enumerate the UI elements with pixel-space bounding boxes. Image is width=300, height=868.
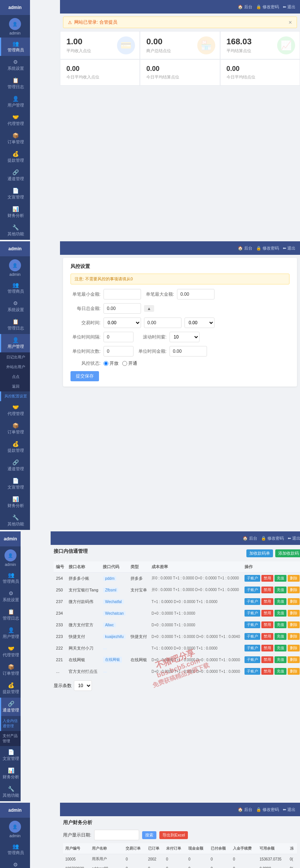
- op-btn-2[interactable]: 充值: [274, 587, 286, 593]
- s3-user[interactable]: 👤用户管理: [0, 624, 21, 642]
- op-btn-3[interactable]: 删除: [288, 598, 300, 605]
- sidebar-item-log[interactable]: 📋 管理日志: [0, 74, 30, 93]
- sidebar-item-finance[interactable]: 📊 财务分析: [0, 203, 30, 221]
- s2-order[interactable]: 📦订单管理: [0, 420, 30, 438]
- risk-exchange-select2[interactable]: 0.00: [184, 317, 214, 328]
- s2-sub-4[interactable]: 返回: [0, 382, 30, 391]
- op-btn-2[interactable]: 充值: [274, 610, 286, 617]
- btn-add-channel[interactable]: 添加收款码: [275, 549, 300, 557]
- back-btn-1[interactable]: 🏠 后台: [238, 4, 252, 10]
- op-btn-3[interactable]: 删除: [288, 668, 300, 675]
- s3-management[interactable]: 👥管理商员: [0, 569, 21, 587]
- risk-exchange-select[interactable]: 0.00: [104, 317, 141, 328]
- s2-system[interactable]: ⚙系统设置: [0, 297, 30, 316]
- finance-export-btn[interactable]: 导出到Excel: [159, 831, 188, 839]
- show-count-select[interactable]: 102050: [74, 680, 92, 691]
- risk-radio-open[interactable]: 开放: [104, 360, 118, 367]
- back-btn-2[interactable]: 🏠 后台: [238, 245, 252, 251]
- sidebar-item-agent[interactable]: 🤝 代理管理: [0, 111, 30, 129]
- op-btn-2[interactable]: 充值: [274, 598, 286, 605]
- op-btn-0[interactable]: 子账户: [244, 575, 260, 582]
- op-btn-1[interactable]: 禁用: [261, 668, 273, 675]
- s2-other[interactable]: 🔧其他功能: [0, 511, 30, 530]
- op-btn-3[interactable]: 删除: [288, 575, 300, 582]
- op-btn-1[interactable]: 禁用: [261, 645, 273, 651]
- logout-btn-4[interactable]: ⬅ 退出: [283, 807, 296, 812]
- s2-sub-risk[interactable]: 风控配置设置: [0, 391, 30, 401]
- modify-pwd-btn-2[interactable]: 🔒 修改密码: [256, 245, 279, 251]
- s2-agent[interactable]: 🤝代理管理: [0, 401, 30, 420]
- back-btn-3[interactable]: 🏠 后台: [243, 536, 257, 541]
- s2-doc[interactable]: 📄文宣管理: [0, 475, 30, 493]
- op-btn-1[interactable]: 禁用: [261, 587, 273, 593]
- op-btn-0[interactable]: 子账户: [244, 610, 260, 617]
- s3-finance[interactable]: 📊财务分析: [0, 764, 21, 783]
- risk-amount-input[interactable]: [170, 346, 207, 357]
- s2-management[interactable]: 👥管理商员: [0, 279, 30, 297]
- btn-order[interactable]: 加收款码单: [246, 549, 273, 557]
- op-btn-3[interactable]: 删除: [288, 656, 300, 663]
- risk-count-input[interactable]: [104, 346, 134, 357]
- s2-sub-3[interactable]: 点点: [0, 372, 30, 382]
- s2-channel[interactable]: 🔗通道管理: [0, 456, 30, 475]
- risk-exchange-input[interactable]: [144, 317, 182, 328]
- op-btn-1[interactable]: 禁用: [261, 656, 273, 663]
- op-btn-3[interactable]: 删除: [288, 645, 300, 651]
- sidebar-item-management[interactable]: 👥 管理商员: [0, 38, 30, 56]
- modify-pwd-btn-1[interactable]: 🔒 修改密码: [256, 4, 279, 10]
- op-btn-2[interactable]: 充值: [274, 575, 286, 582]
- op-btn-0[interactable]: 子账户: [244, 645, 260, 651]
- risk-radio-on[interactable]: 开通: [122, 360, 137, 367]
- op-btn-0[interactable]: 子账户: [244, 598, 260, 605]
- modify-pwd-btn-4[interactable]: 🔒 修改密码: [256, 807, 279, 812]
- sidebar-item-other[interactable]: 🔧 其他功能: [0, 221, 30, 240]
- risk-daily-btn[interactable]: ▲: [144, 305, 154, 312]
- op-btn-1[interactable]: 禁用: [261, 621, 273, 628]
- op-btn-0[interactable]: 子账户: [244, 621, 260, 628]
- logout-btn-2[interactable]: ⬅ 退出: [283, 245, 296, 251]
- op-btn-2[interactable]: 充值: [274, 621, 286, 628]
- s3-doc[interactable]: 📄文宣管理: [0, 746, 21, 764]
- op-btn-2[interactable]: 充值: [274, 668, 286, 675]
- op-btn-0[interactable]: 子账户: [244, 656, 260, 663]
- op-btn-3[interactable]: 删除: [288, 621, 300, 628]
- op-btn-2[interactable]: 充值: [274, 645, 286, 651]
- risk-radio-on-input[interactable]: [122, 361, 127, 366]
- logout-btn-3[interactable]: ⬅ 退出: [288, 536, 300, 541]
- s4-system[interactable]: ⚙系统设置: [0, 859, 30, 868]
- risk-radio-open-input[interactable]: [104, 361, 108, 366]
- risk-coupon-time-input[interactable]: [104, 332, 134, 342]
- op-btn-1[interactable]: 禁用: [261, 575, 273, 582]
- risk-submit-btn[interactable]: 提交保存: [70, 371, 99, 381]
- s3-other[interactable]: 🔧其他功能: [0, 783, 21, 801]
- s3-system[interactable]: ⚙系统设置: [0, 587, 21, 606]
- risk-min-input[interactable]: [104, 289, 141, 299]
- s2-fund[interactable]: 💰提款管理: [0, 438, 30, 456]
- op-btn-1[interactable]: 禁用: [261, 598, 273, 605]
- op-btn-1[interactable]: 禁用: [261, 633, 273, 640]
- op-btn-1[interactable]: 禁用: [261, 610, 273, 617]
- s3-fund[interactable]: 💰提款管理: [0, 679, 21, 698]
- s3-order[interactable]: 📦订单管理: [0, 661, 21, 679]
- risk-rolling-select[interactable]: 10: [170, 332, 200, 342]
- op-btn-3[interactable]: 删除: [288, 587, 300, 593]
- sidebar-item-system[interactable]: ⚙ 系统设置: [0, 56, 30, 74]
- s2-finance[interactable]: 📊财务分析: [0, 493, 30, 511]
- s2-sub-1[interactable]: 日记出用户: [0, 352, 30, 362]
- s3-channel[interactable]: 🔗通道管理: [0, 698, 21, 716]
- s3-log[interactable]: 📋管理日志: [0, 606, 21, 624]
- op-btn-3[interactable]: 删除: [288, 633, 300, 640]
- sidebar-item-fund[interactable]: 💰 提款管理: [0, 148, 30, 166]
- logout-btn-1[interactable]: ⬅ 退出: [283, 4, 296, 10]
- s2-sub-2[interactable]: 外站出用户: [0, 362, 30, 372]
- modify-pwd-btn-3[interactable]: 🔒 修改密码: [261, 536, 284, 541]
- s3-sub-channel[interactable]: 入金内信通管理: [0, 716, 21, 731]
- finance-date-input[interactable]: [94, 830, 139, 840]
- sidebar-item-order[interactable]: 📦 订单管理: [0, 129, 30, 148]
- s3-agent[interactable]: 🤝代理管理: [0, 642, 21, 661]
- risk-daily-input[interactable]: [104, 303, 141, 314]
- s2-user[interactable]: 👤用户管理: [0, 334, 30, 352]
- s3-sub-payment[interactable]: 支付产品管理: [0, 731, 21, 746]
- op-btn-0[interactable]: 子账户: [244, 633, 260, 640]
- op-btn-0[interactable]: 子账户: [244, 668, 260, 675]
